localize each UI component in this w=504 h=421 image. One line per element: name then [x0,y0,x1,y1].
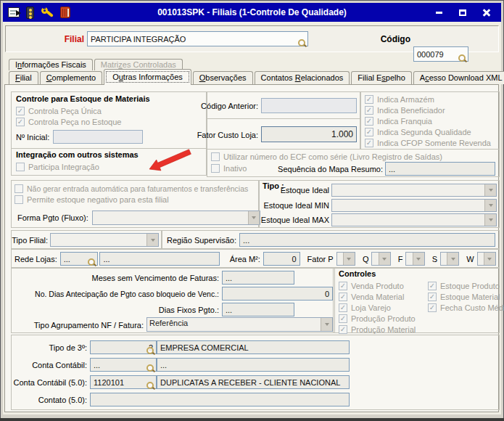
traffic-light-icon[interactable] [26,7,34,19]
group-contabil: Tipo de 3º: 2 EMPRESA COMERCIAL Conta Co… [11,335,500,410]
checkbox-indica-cfop-somente-revenda[interactable] [365,139,373,147]
checkbox-estoque-produto[interactable] [428,282,437,290]
checkbox-controla-peca-unica[interactable] [16,107,25,115]
fator-custo-field[interactable]: 1.000 [261,126,357,142]
magnifier-icon[interactable] [146,382,155,391]
fator-p-select[interactable] [336,252,355,266]
tab-complemento[interactable]: Complemento [40,71,103,84]
conta-contabil-desc-field[interactable]: ... [157,358,350,372]
export-form-icon[interactable] [8,7,20,17]
tipo-agrupamento-label: Tipo Agrupamento NF / Fatura: [34,321,144,330]
tipo-filial-select[interactable] [50,233,159,247]
estoque-ideal-max-label: Estoque Ideal MAX [261,216,329,224]
maximize-button[interactable] [455,7,470,18]
tab-observacoes[interactable]: Observações [193,71,253,84]
checkbox-loja-varejo[interactable] [339,303,347,312]
fator-w-select[interactable] [477,252,496,266]
magnifier-icon[interactable] [88,258,96,267]
checkbox-label: Participa Integração [28,163,99,171]
annotation-arrow [148,147,194,175]
checkbox-fecha-custo-medio[interactable] [428,303,437,312]
checkbox-indica-beneficiador[interactable] [365,106,373,115]
regiao-supervisao-field[interactable]: ... [239,233,495,247]
conta-contabil-50-code-field[interactable]: 1120101 [90,375,157,389]
tipo-de-3-code-field[interactable]: 2 [90,340,157,354]
estoque-ideal-max-select[interactable] [331,213,497,226]
magnifier-icon[interactable] [146,364,155,373]
tab-filial[interactable]: Filial [9,71,38,84]
filial-label: Filial [65,34,84,44]
checkbox-indica-franquia[interactable] [365,117,373,126]
codigo-anterior-field[interactable] [261,98,357,113]
group-tipo-filial: Tipo Filial: [11,230,162,249]
checkbox-indica-segunda-qualidade[interactable] [365,128,373,136]
dias-fixos-field[interactable]: ... [222,303,294,316]
sequencia-mapa-field[interactable]: ... [385,162,495,176]
magnifier-icon[interactable] [146,347,155,356]
book-icon[interactable] [60,7,70,18]
maximize-icon [459,9,466,16]
codigo-anterior-label: Código Anterior: [201,102,258,110]
tab-contatos-relacionados[interactable]: Contatos Relacionados [255,71,350,84]
fator-f-select[interactable] [405,252,424,266]
window-title: 001013SPK - Filiais (1-Controle De Quali… [3,7,501,17]
estoque-ideal-min-select[interactable] [331,199,497,212]
fator-q-select[interactable] [371,252,390,266]
checkbox-utilizar-ecf[interactable] [211,152,220,161]
tab-filial-espelho[interactable]: Filial Espelho [351,71,411,84]
meses-sem-vencimento-field[interactable]: ... [222,271,294,285]
checkbox-controla-peca-no-estoque[interactable] [16,118,25,126]
n-inicial-field[interactable] [53,130,143,144]
fator-s-select[interactable] [440,252,459,266]
tab-informacoes-fiscais[interactable]: Informações Fiscais [9,59,93,70]
checkbox-nao-gerar-entrada[interactable] [15,184,23,193]
checkbox-label: Estoque Produto [440,282,500,290]
checkbox-producao-produto[interactable] [339,314,347,323]
dropdown-arrow-icon [484,253,495,265]
tipo-agrupamento-select[interactable]: Referência [146,317,333,332]
dias-fixos-label: Dias Fixos Pgto.: [159,306,219,314]
estoque-ideal-select[interactable] [331,184,497,197]
contato-50-field[interactable] [90,393,350,406]
group-tipo-estoque: Tipo : Estoque Ideal Estoque Ideal MIN E… [259,180,500,228]
checkbox-estoque-material[interactable] [428,293,437,301]
tipo-de-3-desc-field[interactable]: EMPRESA COMERCIAL [157,340,350,354]
codigo-value: 000079 [417,50,444,59]
checkbox-label: Permite estoque negativo para esta filia… [27,195,169,204]
fator-p-label: Fator P [307,255,334,263]
checkbox-permite-estoque-negativo[interactable] [15,195,23,204]
checkbox-indica-armazem[interactable] [365,95,373,104]
checkbox-participa-integracao[interactable] [16,163,25,171]
checkbox-inativo[interactable] [211,164,220,173]
group-rede-lojas: Rede Lojas: ... ... Área M²: 0 Fator P Q… [11,249,500,268]
magnifier-icon[interactable] [458,54,467,63]
wrench-icon[interactable] [41,7,54,18]
group-title: Controle para Estoque de Materiais [16,94,150,103]
codigo-lookup-field[interactable]: 000079 [413,46,468,62]
magnifier-icon[interactable] [298,39,307,48]
fator-f-label: F [398,255,403,263]
window-bottom-edge [0,418,504,421]
minimize-button[interactable] [431,7,446,18]
checkbox-venda-material[interactable] [339,293,347,301]
group-flags-estoque: Não gerar entrada automática para fatura… [11,180,259,228]
tab-acesso-download-xml[interactable]: Acesso Download XML [413,71,504,84]
conta-contabil-code-field[interactable]: ... [90,358,157,372]
group-codigo-anterior: Código Anterior: [207,91,360,119]
checkbox-venda-produto[interactable] [339,282,347,290]
conta-contabil-50-desc-field[interactable]: DUPLICATAS A RECEBER - CLIENTE NACIONAL [157,375,350,389]
rede-lojas-code-field[interactable]: ... [60,252,99,266]
fator-custo-label: Fator Custo Loja: [197,131,258,139]
rede-lojas-desc-field[interactable]: ... [99,252,219,266]
controles-title: Controles [339,269,376,278]
tab-outras-informacoes[interactable]: Outras Informações [104,69,191,85]
checkbox-producao-material[interactable] [339,325,347,334]
filial-lookup-field[interactable]: PARTICIPA INTEGRAÇÃO [87,31,308,46]
forma-pgto-select[interactable] [92,210,260,225]
area-m2-field[interactable]: 0 [263,252,300,266]
checkbox-label: Indica Segunda Qualidade [377,128,471,136]
app-window: 001013SPK - Filiais (1-Controle De Quali… [0,0,504,421]
dias-antecipacao-field[interactable]: 0 [222,287,333,301]
close-button[interactable] [479,7,494,18]
dropdown-arrow-icon [447,253,458,265]
